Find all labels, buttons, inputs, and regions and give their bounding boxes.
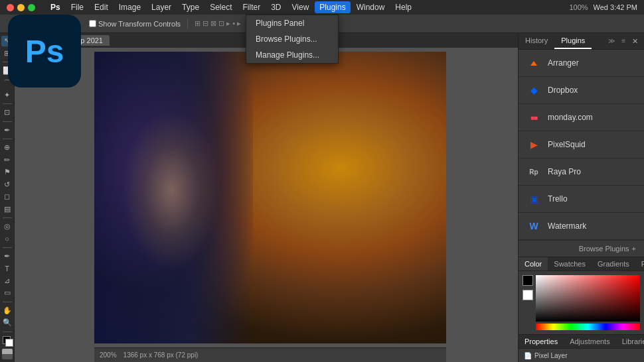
menu-items: Ps File Edit Image Layer Type Select Fil… xyxy=(42,1,420,13)
dropbox-icon: ◆ xyxy=(526,83,541,97)
canvas-dimensions: 1366 px x 768 px (72 ppi) xyxy=(123,351,199,359)
panel-close-icon[interactable]: ✕ xyxy=(630,36,640,47)
transform-controls-checkbox[interactable] xyxy=(89,20,96,27)
panel-controls: ≫ ≡ ✕ xyxy=(602,36,644,47)
transform-controls-label: Show Transform Controls xyxy=(98,20,181,28)
watermark-label: Watermark xyxy=(548,221,586,231)
tool-heal[interactable]: ⊕ xyxy=(1,143,13,153)
menu-window[interactable]: Window xyxy=(352,1,390,13)
tool-shape[interactable]: ▭ xyxy=(1,288,13,298)
plugin-item-watermark[interactable]: W Watermark xyxy=(519,213,644,240)
raya-icon: Rp xyxy=(526,164,541,179)
menu-filter[interactable]: Filter xyxy=(238,1,265,13)
tab-color[interactable]: Color xyxy=(519,257,548,271)
dropbox-label: Dropbox xyxy=(548,86,578,95)
canvas-area[interactable]: Adobe Photoshop 2021 200% 1366 px x 768 … xyxy=(15,33,518,362)
color-saturation-field[interactable] xyxy=(536,275,640,322)
arranger-label: Arranger xyxy=(548,58,579,68)
main-layout: ↖ ⊞ ⬜ ⌒ ✦ ⊡ ✒ ⊕ ✏ ⚑ ↺ ◻ ▤ ◎ ○ ✒ T ⊿ ▭ ✋ … xyxy=(0,33,644,362)
tool-clone[interactable]: ⚑ xyxy=(1,167,13,178)
foreground-color[interactable] xyxy=(1,335,13,345)
show-transform-controls[interactable]: Show Transform Controls xyxy=(89,20,181,28)
menu-edit[interactable]: Edit xyxy=(90,1,113,13)
tool-hand[interactable]: ✋ xyxy=(1,306,13,316)
plugins-dropdown-menu: Plugins Panel Browse Plugins... Manage P… xyxy=(246,15,339,64)
tool-eraser[interactable]: ◻ xyxy=(1,192,13,202)
tool-magic-wand[interactable]: ✦ xyxy=(1,90,13,101)
tool-zoom[interactable]: 🔍 xyxy=(1,318,13,328)
photoshop-logo: Ps xyxy=(8,15,81,88)
plugin-item-dropbox[interactable]: ◆ Dropbox xyxy=(519,77,644,104)
ps-logo-text: Ps xyxy=(25,33,64,70)
properties-panel: Properties Adjustments Libraries 📄 Pixel… xyxy=(519,334,644,362)
mac-window-controls xyxy=(0,4,42,11)
panel-arrange-icon[interactable]: ≫ xyxy=(606,36,617,47)
tool-pen[interactable]: ✒ xyxy=(1,251,13,262)
tool-blur[interactable]: ◎ xyxy=(1,221,13,232)
dropdown-manage-plugins[interactable]: Manage Plugins... xyxy=(246,47,338,63)
panel-menu-icon[interactable]: ≡ xyxy=(619,36,627,47)
pixelsquid-icon: ▶ xyxy=(526,137,541,152)
tab-libraries[interactable]: Libraries xyxy=(616,335,644,348)
menu-ps[interactable]: Ps xyxy=(46,1,65,13)
browse-plugins-plus-icon: + xyxy=(632,245,636,253)
status-bar: 200% 1366 px x 768 px (72 ppi) xyxy=(94,347,446,362)
color-panel: Color Swatches Gradients Patterns xyxy=(519,257,644,334)
close-button[interactable] xyxy=(7,4,14,11)
plugin-item-monday[interactable]: ■■ monday.com xyxy=(519,104,644,131)
menu-file[interactable]: File xyxy=(66,1,88,13)
tool-type[interactable]: T xyxy=(1,263,13,274)
tool-history-brush[interactable]: ↺ xyxy=(1,179,13,190)
tab-patterns[interactable]: Patterns xyxy=(635,257,644,271)
plugins-panel: Arranger ◆ Dropbox ■■ monday.com ▶ Pixel… xyxy=(519,50,644,257)
quick-mask[interactable] xyxy=(2,349,13,359)
monday-icon: ■■ xyxy=(526,110,541,125)
tool-eyedropper[interactable]: ✒ xyxy=(1,125,13,136)
tool-gradient[interactable]: ▤ xyxy=(1,204,13,214)
plugin-item-arranger[interactable]: Arranger xyxy=(519,50,644,77)
menu-type[interactable]: Type xyxy=(177,1,204,13)
watermark-icon: W xyxy=(526,219,541,233)
browse-plugins-footer[interactable]: Browse Plugins + xyxy=(519,240,644,257)
menu-select[interactable]: Select xyxy=(205,1,236,13)
properties-tabs: Properties Adjustments Libraries xyxy=(519,335,644,349)
plugin-item-pixelsquid[interactable]: ▶ PixelSquid xyxy=(519,131,644,158)
pixelsquid-label: PixelSquid xyxy=(548,140,586,149)
menu-plugins[interactable]: Plugins xyxy=(315,1,350,13)
tab-adjustments[interactable]: Adjustments xyxy=(564,335,616,348)
foreground-swatch[interactable] xyxy=(523,275,533,286)
minimize-button[interactable] xyxy=(17,4,25,11)
menu-3d[interactable]: 3D xyxy=(266,1,285,13)
menu-layer[interactable]: Layer xyxy=(147,1,176,13)
dropdown-browse-plugins[interactable]: Browse Plugins... xyxy=(246,31,338,47)
maximize-button[interactable] xyxy=(28,4,35,11)
tab-swatches[interactable]: Swatches xyxy=(548,257,592,271)
canvas-image[interactable] xyxy=(94,52,446,343)
tool-dodge[interactable]: ○ xyxy=(1,233,13,244)
zoom-level: 200% xyxy=(100,351,117,359)
plugin-item-trello[interactable]: ▣ Trello xyxy=(519,186,644,213)
raya-pro-label: Raya Pro xyxy=(548,167,581,176)
options-icons: ⊞ ⊟ ⊠ ⊡ ▸ ▪ ▸ xyxy=(195,19,241,28)
menu-image[interactable]: Image xyxy=(114,1,145,13)
clock: Wed 3:42 PM xyxy=(594,3,637,11)
background-swatch[interactable] xyxy=(523,290,533,300)
color-display xyxy=(519,271,644,334)
tab-history[interactable]: History xyxy=(519,33,554,49)
browse-plugins-label: Browse Plugins xyxy=(579,245,629,253)
tab-properties[interactable]: Properties xyxy=(519,335,564,348)
plugin-item-raya-pro[interactable]: Rp Raya Pro xyxy=(519,158,644,186)
arranger-icon xyxy=(526,56,541,70)
tab-gradients[interactable]: Gradients xyxy=(592,257,635,271)
menu-view[interactable]: View xyxy=(287,1,314,13)
color-hue-slider[interactable] xyxy=(536,324,640,330)
menu-help[interactable]: Help xyxy=(390,1,416,13)
tool-crop[interactable]: ⊡ xyxy=(1,107,13,118)
pixel-layer-label: Pixel Layer xyxy=(534,352,567,359)
tool-path[interactable]: ⊿ xyxy=(1,276,13,286)
battery-status: 100% xyxy=(569,3,588,11)
color-panel-tabs: Color Swatches Gradients Patterns xyxy=(519,257,644,271)
tab-plugins[interactable]: Plugins xyxy=(554,33,592,49)
dropdown-plugins-panel[interactable]: Plugins Panel xyxy=(246,15,338,31)
tool-brush[interactable]: ✏ xyxy=(1,154,13,165)
